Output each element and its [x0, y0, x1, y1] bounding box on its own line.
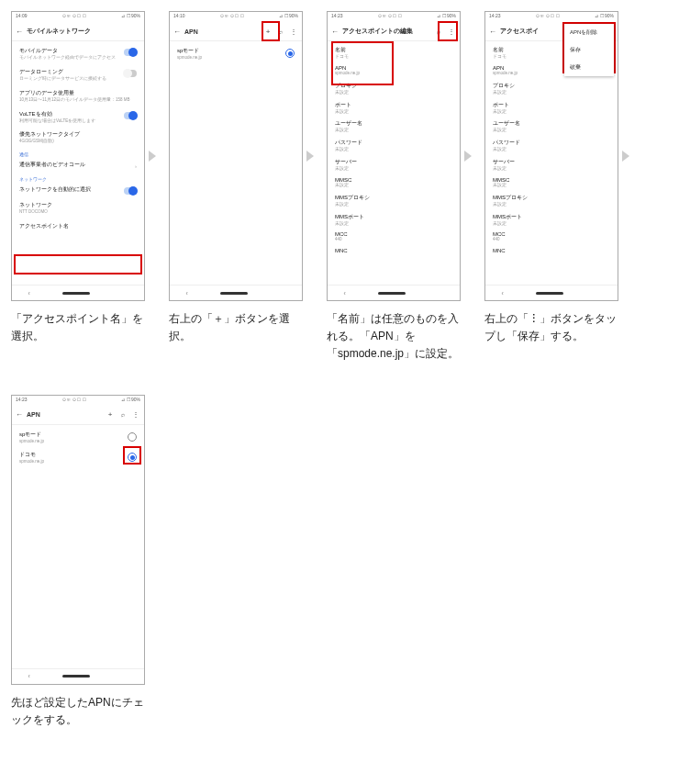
back-icon[interactable]: ← — [331, 28, 339, 36]
step-2: 14:10 ◎ ፨ ◎ ▢ ▢ ⊿ ☐ 90% ← APN + ⌕ ⋮ spモー… — [169, 11, 317, 364]
apn-field-row[interactable]: MMSプロキシ未設定 — [328, 191, 460, 210]
apn-field-row[interactable]: MNC — [485, 245, 618, 256]
arrow-icon — [464, 151, 472, 162]
more-icon[interactable]: ⋮ — [289, 28, 298, 36]
title-bar: ← モバイルネットワーク — [12, 22, 144, 41]
nav-back-icon[interactable]: ‹ — [185, 290, 187, 297]
caption: 先ほど設定したAPNにチェックをする。 — [11, 694, 153, 729]
toggle-icon[interactable] — [124, 187, 137, 195]
apn-field-row[interactable]: MMSC未設定 — [485, 174, 618, 191]
phone-screen-2: 14:10 ◎ ፨ ◎ ▢ ▢ ⊿ ☐ 90% ← APN + ⌕ ⋮ spモー… — [169, 11, 303, 301]
back-icon[interactable]: ← — [16, 410, 23, 419]
apn-field-row[interactable]: MCC440 — [485, 229, 618, 245]
setting-row[interactable]: 優先ネットワークタイプ 4G/3G/GSM(自動) — [12, 127, 144, 148]
arrow-icon — [149, 151, 156, 162]
overflow-menu: APNを削除 保存 破棄 — [564, 24, 614, 76]
step-4: 14:23 ◎ ፨ ◎ ▢ ▢ ⊿ ☐ 90% ← アクセスポイ 名前ドコモAP… — [484, 11, 633, 364]
apn-field-row[interactable]: MNC — [328, 245, 460, 256]
toggle-icon[interactable] — [124, 49, 137, 56]
apn-field-row[interactable]: サーバー未設定 — [485, 155, 618, 174]
apn-field-row[interactable]: MMSC未設定 — [328, 174, 460, 191]
setting-row-disabled: ネットワーク NTT DOCOMO — [12, 197, 144, 218]
setting-row[interactable]: アプリのデータ使用量 10月13日〜11月12日のモバイルデータ使用量：158 … — [12, 85, 144, 106]
nav-home-icon[interactable] — [62, 292, 90, 295]
apn-field-row[interactable]: ユーザー名未設定 — [485, 117, 618, 136]
search-icon[interactable]: ⌕ — [434, 28, 443, 35]
apn-row[interactable]: アクセスポイント名 — [12, 218, 144, 234]
apn-item[interactable]: ドコモ spmode.ne.jp — [12, 447, 144, 468]
caption: 右上の「＋」ボタンを選択。 — [169, 310, 311, 345]
nav-home-icon[interactable] — [220, 292, 248, 295]
title-bar: ← APN + ⌕ ⋮ — [12, 406, 144, 425]
nav-bar: ‹ — [170, 285, 302, 300]
nav-bar: ‹ — [12, 285, 144, 300]
more-icon[interactable]: ⋮ — [131, 410, 140, 419]
phone-screen-5: 14:23 ◎ ፨ ◎ ▢ ▢ ⊿ ☐ 90% ← APN + ⌕ ⋮ spモー… — [11, 395, 145, 685]
apn-item[interactable]: spモード spmode.ne.jp — [12, 427, 144, 448]
chevron-right-icon: › — [135, 163, 137, 169]
step-1: 14:09 ◎ ፨ ◎ ▢ ▢ ⊿ ☐ 90% ← モバイルネットワーク モバイ… — [11, 11, 160, 364]
back-icon[interactable]: ← — [16, 28, 23, 36]
menu-item-discard[interactable]: 破棄 — [564, 59, 614, 76]
setting-row[interactable]: VoLTEを有効 利用可能な場合はVoLTEを使用します — [12, 106, 144, 128]
nav-home-icon[interactable] — [62, 675, 90, 678]
nav-back-icon[interactable]: ‹ — [28, 290, 29, 297]
back-icon[interactable]: ← — [489, 28, 496, 36]
nav-home-icon[interactable] — [378, 292, 406, 295]
phone-screen-4: 14:23 ◎ ፨ ◎ ▢ ▢ ⊿ ☐ 90% ← アクセスポイ 名前ドコモAP… — [484, 11, 618, 301]
nav-back-icon[interactable]: ‹ — [28, 673, 29, 679]
apn-field-row[interactable]: ユーザー名未設定 — [328, 117, 460, 136]
add-icon[interactable]: + — [106, 410, 115, 419]
apn-field-row[interactable]: MMSポート未設定 — [328, 210, 460, 230]
apn-field-row[interactable]: MMSポート未設定 — [485, 210, 618, 230]
apn-field-row[interactable]: プロキシ未設定 — [328, 79, 460, 98]
section-label: ネットワーク — [12, 173, 144, 182]
nav-bar: ‹ — [485, 285, 618, 300]
more-icon[interactable]: ⋮ — [447, 28, 456, 36]
apn-field-row[interactable]: パスワード未設定 — [328, 136, 460, 155]
status-bar: 14:09 ◎ ፨ ◎ ▢ ▢ ⊿ ☐ 90% — [12, 12, 144, 22]
apn-field-row[interactable]: 名前ドコモ — [328, 43, 460, 62]
apn-field-row[interactable]: パスワード未設定 — [485, 136, 618, 155]
apn-field-row[interactable]: ポート未設定 — [328, 98, 460, 118]
apn-field-row[interactable]: サーバー未設定 — [328, 155, 460, 174]
arrow-icon — [622, 151, 629, 162]
title-bar: ← アクセスポイントの編集 ⌕ ⋮ — [328, 22, 460, 41]
setting-row[interactable]: 通信事業者のビデオコール › — [12, 157, 144, 173]
toggle-icon[interactable] — [124, 112, 137, 119]
apn-field-row[interactable]: APNspmode.ne.jp — [328, 62, 460, 79]
radio-icon[interactable] — [285, 49, 295, 58]
status-bar: 14:23 ◎ ፨ ◎ ▢ ▢ ⊿ ☐ 90% — [328, 12, 460, 22]
status-bar: 14:23 ◎ ፨ ◎ ▢ ▢ ⊿ ☐ 90% — [12, 396, 144, 406]
step-5: 14:23 ◎ ፨ ◎ ▢ ▢ ⊿ ☐ 90% ← APN + ⌕ ⋮ spモー… — [11, 395, 160, 729]
toggle-icon[interactable] — [124, 70, 137, 77]
back-icon[interactable]: ← — [173, 28, 181, 36]
radio-icon[interactable] — [128, 432, 137, 442]
search-icon[interactable]: ⌕ — [118, 411, 128, 418]
apn-field-row[interactable]: ポート未設定 — [485, 98, 618, 118]
menu-item-save[interactable]: 保存 — [564, 41, 614, 59]
phone-screen-3: 14:23 ◎ ፨ ◎ ▢ ▢ ⊿ ☐ 90% ← アクセスポイントの編集 ⌕ … — [327, 11, 461, 301]
screen-title: アクセスポイントの編集 — [342, 27, 430, 36]
status-bar: 14:23 ◎ ፨ ◎ ▢ ▢ ⊿ ☐ 90% — [485, 12, 618, 22]
add-icon[interactable]: + — [263, 28, 273, 36]
apn-item[interactable]: spモード spmode.ne.jp — [170, 43, 302, 64]
steps-grid: 14:09 ◎ ፨ ◎ ▢ ▢ ⊿ ☐ 90% ← モバイルネットワーク モバイ… — [11, 11, 668, 729]
setting-row[interactable]: ネットワークを自動的に選択 — [12, 182, 144, 197]
apn-field-row[interactable]: プロキシ未設定 — [485, 79, 618, 98]
nav-home-icon[interactable] — [536, 292, 563, 295]
status-bar: 14:10 ◎ ፨ ◎ ▢ ▢ ⊿ ☐ 90% — [170, 12, 302, 22]
screen-title: モバイルネットワーク — [27, 27, 140, 36]
section-label: 通信 — [12, 148, 144, 157]
caption: 「アクセスポイント名」を選択。 — [11, 310, 153, 345]
apn-field-row[interactable]: MCC440 — [328, 229, 460, 245]
nav-back-icon[interactable]: ‹ — [501, 290, 503, 297]
apn-field-row[interactable]: MMSプロキシ未設定 — [485, 191, 618, 210]
setting-row[interactable]: データローミング ローミング時にデータサービスに接続する — [12, 64, 144, 85]
setting-row[interactable]: モバイルデータ モバイルネットワーク経由でデータにアクセス — [12, 43, 144, 64]
nav-bar: ‹ — [328, 285, 460, 300]
nav-back-icon[interactable]: ‹ — [343, 290, 345, 297]
nav-bar: ‹ — [12, 668, 144, 684]
menu-item-delete[interactable]: APNを削除 — [564, 24, 614, 41]
search-icon[interactable]: ⌕ — [276, 28, 285, 35]
